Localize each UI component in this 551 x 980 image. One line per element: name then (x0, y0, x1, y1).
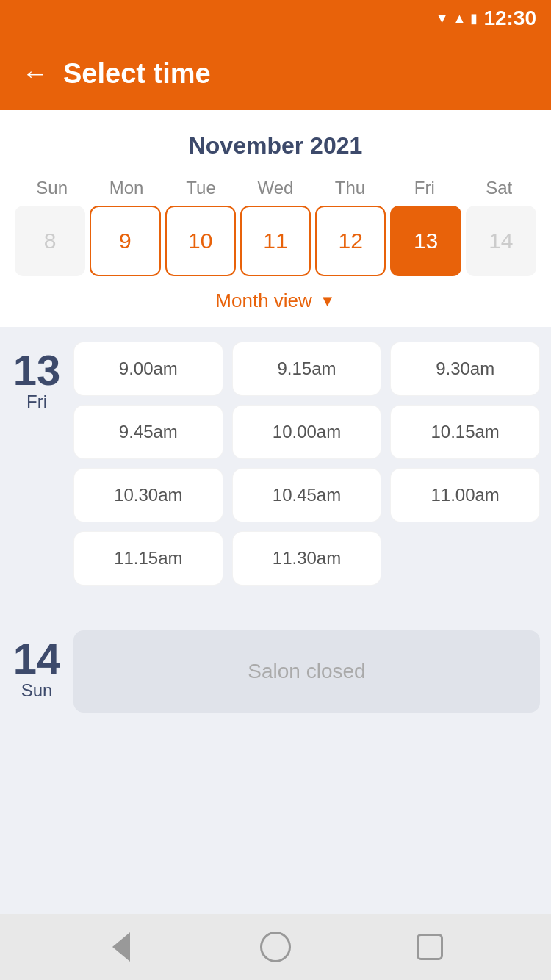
date-8[interactable]: 8 (15, 206, 85, 276)
bottom-nav (0, 914, 551, 980)
time-slot-930am[interactable]: 9.30am (390, 342, 540, 396)
day-header-thu: Thu (313, 178, 387, 198)
back-button[interactable]: ← (22, 58, 48, 89)
day-header-mon: Mon (89, 178, 163, 198)
page-title: Select time (63, 58, 211, 90)
day-label-13: 13 Fri (11, 342, 62, 586)
time-slot-1130am[interactable]: 11.30am (232, 531, 382, 586)
chevron-down-icon: ▼ (320, 292, 336, 311)
day-number-13: 13 (13, 349, 61, 392)
time-slot-1100am[interactable]: 11.00am (390, 468, 540, 522)
battery-icon: ▮ (470, 10, 478, 26)
day-block-14: 14 Sun Salon closed (11, 630, 540, 713)
home-nav-button[interactable] (257, 929, 294, 965)
day-name-14: Sun (21, 680, 53, 701)
day-header-tue: Tue (164, 178, 238, 198)
day-headers: Sun Mon Tue Wed Thu Fri Sat (15, 178, 536, 198)
recent-nav-icon (417, 934, 443, 960)
day-header-sun: Sun (15, 178, 89, 198)
month-view-label: Month view (215, 289, 312, 312)
day-block-13: 13 Fri 9.00am 9.15am 9.30am 9.45am 10.00… (11, 342, 540, 586)
month-title: November 2021 (15, 132, 536, 159)
closed-block-14: Salon closed (73, 630, 540, 713)
date-row: 8 9 10 11 12 13 14 (15, 206, 536, 276)
divider (11, 608, 540, 608)
home-nav-icon (260, 932, 291, 962)
day-header-fri: Fri (387, 178, 461, 198)
day-header-sat: Sat (462, 178, 536, 198)
signal-icon: ▲ (453, 11, 467, 26)
recent-nav-button[interactable] (411, 929, 448, 965)
time-slot-945am[interactable]: 9.45am (73, 405, 223, 459)
day-name-13: Fri (26, 392, 47, 412)
status-bar: ▼ ▲ ▮ 12:30 (0, 0, 551, 37)
date-11[interactable]: 11 (240, 206, 311, 276)
calendar-section: November 2021 Sun Mon Tue Wed Thu Fri Sa… (0, 110, 551, 327)
header: ← Select time (0, 37, 551, 110)
day-label-14: 14 Sun (11, 630, 62, 713)
time-slot-1115am[interactable]: 11.15am (73, 531, 223, 586)
time-slot-1045am[interactable]: 10.45am (232, 468, 382, 522)
time-slot-900am[interactable]: 9.00am (73, 342, 223, 396)
status-icons: ▼ ▲ ▮ (436, 10, 478, 26)
back-nav-icon (112, 932, 130, 962)
date-14[interactable]: 14 (466, 206, 536, 276)
wifi-icon: ▼ (436, 11, 449, 26)
date-10[interactable]: 10 (165, 206, 236, 276)
date-13[interactable]: 13 (390, 206, 461, 276)
date-9[interactable]: 9 (90, 206, 160, 276)
status-time: 12:30 (483, 7, 536, 30)
day-header-wed: Wed (238, 178, 312, 198)
day-number-14: 14 (13, 638, 61, 680)
closed-text-14: Salon closed (248, 660, 365, 683)
time-section: 13 Fri 9.00am 9.15am 9.30am 9.45am 10.00… (0, 327, 551, 914)
time-slot-1015am[interactable]: 10.15am (390, 405, 540, 459)
date-12[interactable]: 12 (315, 206, 386, 276)
back-nav-button[interactable] (103, 929, 140, 965)
time-slot-1000am[interactable]: 10.00am (232, 405, 382, 459)
time-grid-13: 9.00am 9.15am 9.30am 9.45am 10.00am 10.1… (73, 342, 540, 586)
month-view-toggle[interactable]: Month view ▼ (15, 289, 536, 312)
time-slot-1030am[interactable]: 10.30am (73, 468, 223, 522)
time-slot-915am[interactable]: 9.15am (232, 342, 382, 396)
